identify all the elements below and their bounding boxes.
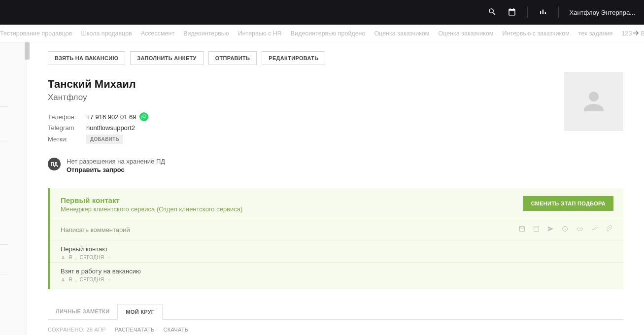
footer-row: СОХРАНЕНО: 28 АПР РАСПЕЧАТАТЬ СКАЧАТЬ — [48, 327, 623, 333]
tags-label: Метки: — [48, 135, 86, 143]
stage-item[interactable]: Ассессмент — [141, 30, 174, 37]
telegram-label: Telegram — [48, 124, 86, 132]
tab-circle[interactable]: МОЙ КРУГ — [117, 304, 163, 320]
rail-divider — [0, 244, 8, 245]
fill-form-button[interactable]: ЗАПОЛНИТЬ АНКЕТУ — [130, 51, 203, 65]
calendar-icon[interactable] — [533, 225, 540, 234]
candidate-company: Хантфлоу — [48, 93, 623, 102]
send-button[interactable]: ОТПРАВИТЬ — [208, 51, 257, 65]
stage-subtitle: Менеджер клиентского сервиса (Отдел клие… — [61, 205, 242, 213]
calendar-icon[interactable] — [508, 7, 516, 18]
divider — [558, 7, 559, 18]
svg-rect-0 — [534, 227, 539, 231]
download-link[interactable]: СКАЧАТЬ — [164, 327, 189, 333]
change-stage-button[interactable]: СМЕНИТЬ ЭТАП ПОДБОРА — [523, 196, 613, 211]
saved-label: СОХРАНЕНО: 28 АПР — [48, 327, 106, 333]
org-name[interactable]: Хантфлоу Энтерпра... — [570, 9, 636, 16]
attach-icon[interactable] — [605, 225, 612, 234]
log-author: Я — [68, 255, 72, 260]
stage-item[interactable]: Тестирование продавцов — [0, 30, 72, 37]
contacts: Телефон: +7 916 902 01 69 Telegram huntf… — [48, 112, 623, 144]
log-when: СЕГОДНЯ — [80, 277, 104, 282]
topbar: Хантфлоу Энтерпра... — [0, 0, 644, 25]
tab-notes[interactable]: ЛИЧНЫЕ ЗАМЕТКИ — [48, 304, 117, 319]
stage-item[interactable]: Интервью с заказчиком — [502, 30, 569, 37]
chevron-down-icon[interactable] — [107, 277, 112, 282]
action-row: ВЗЯТЬ НА ВАКАНСИЮ ЗАПОЛНИТЬ АНКЕТУ ОТПРА… — [48, 51, 623, 65]
comment-tools — [518, 225, 612, 234]
telegram-value: huntflowsupport2 — [86, 124, 135, 132]
divider — [527, 7, 528, 18]
phone-label: Телефон: — [48, 113, 86, 121]
handshake-icon[interactable] — [576, 225, 584, 234]
avatar — [564, 72, 623, 131]
stage-item[interactable]: Видеоинтервью пройдено — [291, 30, 366, 37]
main-content: ВЗЯТЬ НА ВАКАНСИЮ ЗАПОЛНИТЬ АНКЕТУ ОТПРА… — [27, 42, 644, 335]
send-icon[interactable] — [547, 225, 554, 234]
pd-block: ПД Нет разрешения на хранение ПД Отправи… — [48, 158, 623, 181]
stage-item[interactable]: Видеоинтервью — [183, 30, 229, 37]
take-vacancy-button[interactable]: ВЗЯТЬ НА ВАКАНСИЮ — [48, 51, 125, 65]
log-when: СЕГОДНЯ — [80, 255, 104, 260]
rail-divider — [0, 106, 8, 107]
pd-badge: ПД — [48, 158, 61, 170]
stage-item[interactable]: тех задание — [578, 30, 613, 37]
log-author: Я — [68, 277, 72, 282]
pd-status: Нет разрешения на хранение ПД — [67, 158, 165, 165]
rail-divider — [0, 141, 8, 141]
log-title: Взят в работу на вакансию — [61, 268, 612, 275]
print-link[interactable]: РАСПЕЧАТАТЬ — [115, 327, 155, 333]
stage-item[interactable]: 123 — [622, 30, 632, 37]
search-icon[interactable] — [488, 7, 497, 18]
log-title: Первый контакт — [61, 245, 612, 253]
whatsapp-icon[interactable] — [139, 112, 148, 121]
comment-input[interactable]: Написать комментарий — [61, 226, 518, 234]
log-item: Взят в работу на вакансию Я, СЕГОДНЯ — [50, 262, 623, 289]
check-icon[interactable] — [591, 225, 598, 234]
stage-card: Первый контакт Менеджер клиентского серв… — [48, 188, 623, 289]
stage-item[interactable]: Оценка заказчиком — [438, 30, 493, 37]
rail-divider — [0, 274, 8, 274]
clock-icon[interactable] — [561, 225, 569, 234]
pd-request-link[interactable]: Отправить запрос — [67, 166, 165, 173]
edit-button[interactable]: РЕДАКТИРОВАТЬ — [262, 51, 325, 65]
stats-icon[interactable] — [539, 7, 547, 18]
stage-title: Первый контакт — [61, 196, 242, 204]
chevron-down-icon[interactable] — [107, 255, 112, 260]
stages-bar: Тестирование продавцов Школа продавцов А… — [0, 25, 644, 42]
stage-item[interactable]: Оценка заказчиком — [374, 30, 429, 37]
phone-value: +7 916 902 01 69 — [86, 113, 136, 121]
log-item: Первый контакт Я, СЕГОДНЯ — [50, 240, 623, 262]
add-tag-button[interactable]: ДОБАВИТЬ — [86, 134, 123, 144]
person-icon — [61, 277, 66, 282]
stage-item[interactable]: Интервью с HR — [238, 30, 282, 37]
person-icon — [61, 255, 66, 260]
candidate-name: Танский Михаил — [48, 78, 623, 91]
tabs: ЛИЧНЫЕ ЗАМЕТКИ МОЙ КРУГ — [48, 304, 623, 320]
left-rail — [0, 42, 27, 335]
mail-icon[interactable] — [518, 225, 526, 234]
stage-item[interactable]: Вы — [641, 30, 644, 37]
scroll-right-icon[interactable] — [631, 29, 640, 39]
stage-item[interactable]: Школа продавцов — [81, 30, 132, 37]
